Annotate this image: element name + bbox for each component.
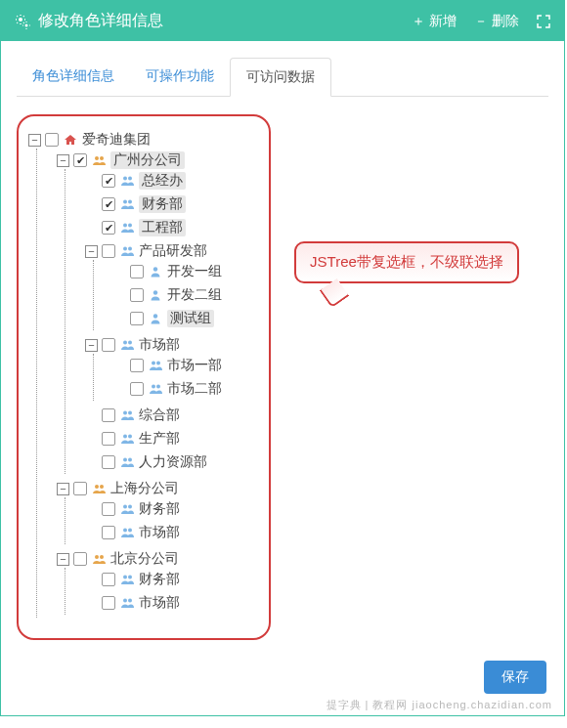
tree-row[interactable]: +财务部 — [85, 195, 259, 213]
save-button[interactable]: 保存 — [484, 661, 546, 694]
org-icon — [91, 553, 107, 566]
add-label: 新增 — [429, 13, 457, 30]
svg-point-8 — [123, 224, 127, 228]
group-icon — [119, 527, 135, 538]
tree-row[interactable]: −北京分公司 — [57, 550, 259, 568]
checkbox[interactable] — [102, 526, 115, 539]
tree-row[interactable]: −产品研发部 — [85, 242, 259, 260]
panel-actions: ＋新增 －删除 — [412, 13, 550, 30]
tree-row[interactable]: −爱奇迪集团 — [28, 131, 259, 149]
delete-button[interactable]: －删除 — [474, 13, 519, 30]
svg-point-14 — [153, 314, 157, 318]
svg-point-37 — [123, 599, 127, 603]
plus-icon: ＋ — [412, 13, 425, 30]
checkbox[interactable] — [102, 338, 115, 352]
tree-row[interactable]: +市场部 — [85, 524, 259, 541]
checkbox[interactable] — [130, 382, 144, 396]
expand-button[interactable] — [537, 15, 550, 28]
checkbox[interactable] — [130, 288, 144, 302]
svg-point-4 — [123, 177, 127, 181]
tree-row[interactable]: +综合部 — [85, 407, 259, 424]
svg-point-26 — [128, 458, 132, 462]
tree-row[interactable]: +人力资源部 — [85, 453, 259, 471]
svg-point-7 — [128, 200, 132, 204]
tree-row[interactable]: −广州分公司 — [57, 151, 259, 169]
checkbox[interactable] — [102, 244, 115, 258]
tab-operable[interactable]: 可操作功能 — [130, 58, 230, 97]
checkbox[interactable] — [73, 482, 87, 495]
tree-row[interactable]: +总经办 — [85, 172, 259, 190]
svg-point-30 — [128, 505, 132, 509]
checkbox[interactable] — [102, 455, 115, 469]
group-icon — [119, 222, 135, 234]
tree-row[interactable]: −市场部 — [85, 336, 259, 354]
group-icon — [119, 597, 135, 609]
checkbox[interactable] — [130, 265, 144, 278]
svg-point-34 — [100, 555, 104, 559]
checkbox[interactable] — [102, 502, 115, 516]
svg-point-23 — [123, 435, 127, 439]
person-icon — [148, 266, 163, 278]
toggle-icon[interactable]: − — [57, 553, 69, 566]
toggle-icon[interactable]: − — [57, 154, 69, 167]
tree-row[interactable]: +市场一部 — [113, 357, 259, 374]
tree-row[interactable]: +测试组 — [113, 310, 259, 327]
tree-row[interactable]: −上海分公司 — [57, 480, 259, 497]
group-icon — [119, 456, 135, 468]
svg-point-29 — [123, 505, 127, 509]
checkbox[interactable] — [45, 133, 59, 147]
tree-row[interactable]: +财务部 — [85, 500, 259, 518]
tree-row[interactable]: +开发二组 — [113, 286, 259, 304]
tree-row[interactable]: +开发一组 — [113, 263, 259, 280]
checkbox[interactable] — [102, 596, 115, 610]
checkbox[interactable] — [102, 221, 115, 235]
toggle-icon[interactable]: − — [57, 483, 69, 495]
tree-row[interactable]: +生产部 — [85, 430, 259, 448]
checkbox[interactable] — [102, 174, 115, 188]
tree-row[interactable]: +工程部 — [85, 219, 259, 236]
checkbox[interactable] — [73, 552, 87, 566]
svg-point-12 — [153, 267, 157, 271]
group-icon — [119, 433, 135, 445]
svg-point-3 — [100, 156, 104, 160]
tree-label: 开发一组 — [167, 263, 222, 280]
group-icon — [119, 574, 135, 585]
tree-row[interactable]: +市场部 — [85, 594, 259, 612]
checkbox[interactable] — [130, 359, 144, 372]
tree-label: 广州分公司 — [110, 151, 185, 169]
tab-accessible[interactable]: 可访问数据 — [230, 58, 331, 97]
tree-label: 产品研发部 — [139, 242, 207, 260]
callout: JSTree带复选框，不级联选择 — [294, 241, 519, 283]
add-button[interactable]: ＋新增 — [412, 13, 457, 30]
toggle-icon[interactable]: − — [28, 134, 41, 147]
group-icon — [119, 409, 135, 421]
svg-point-5 — [128, 177, 132, 181]
svg-point-36 — [128, 576, 132, 579]
svg-point-22 — [128, 411, 132, 415]
org-icon — [91, 154, 107, 167]
svg-point-24 — [128, 435, 132, 439]
tree-label: 工程部 — [139, 219, 186, 236]
tree-label: 市场二部 — [167, 380, 222, 398]
tree-row[interactable]: +财务部 — [85, 571, 259, 588]
group-icon — [119, 198, 135, 210]
checkbox[interactable] — [102, 197, 115, 211]
tab-details[interactable]: 角色详细信息 — [17, 58, 130, 97]
tabs: 角色详细信息 可操作功能 可访问数据 — [17, 57, 548, 97]
group-icon — [148, 360, 163, 371]
checkbox[interactable] — [130, 312, 144, 325]
group-icon — [119, 503, 135, 515]
toggle-icon[interactable]: − — [85, 339, 98, 352]
tree-label: 财务部 — [139, 571, 180, 588]
svg-point-20 — [156, 385, 160, 389]
svg-point-6 — [123, 200, 127, 204]
svg-point-27 — [95, 485, 99, 489]
checkbox[interactable] — [102, 432, 115, 446]
toggle-icon[interactable]: − — [85, 245, 98, 258]
checkbox[interactable] — [102, 573, 115, 586]
svg-point-25 — [123, 458, 127, 462]
checkbox[interactable] — [102, 408, 115, 422]
tree-row[interactable]: +市场二部 — [113, 380, 259, 398]
checkbox[interactable] — [73, 153, 87, 167]
tree-label: 北京分公司 — [110, 550, 179, 568]
